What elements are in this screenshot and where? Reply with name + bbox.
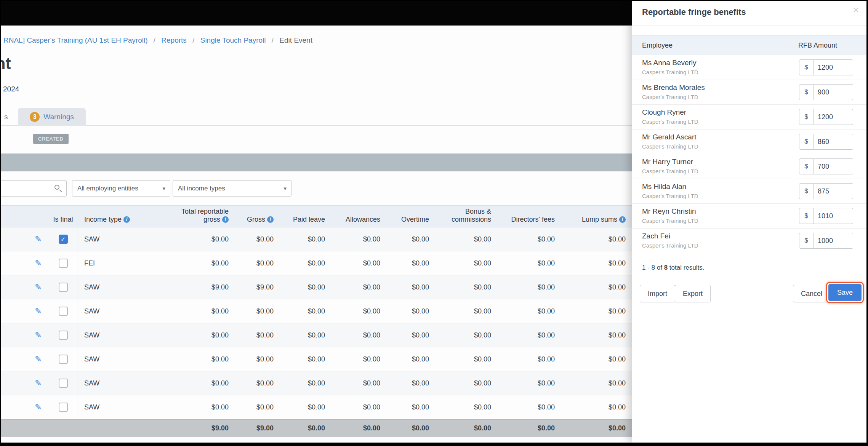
table-row-grid: ✎✓FEI$0.00$0.00$0.00$0.00$0.00$0.00$0.00…: [28, 251, 631, 275]
employee-company: Casper's Training LTD: [642, 143, 698, 150]
employing-entities-dropdown[interactable]: All employing entities ▾: [72, 180, 170, 197]
amount-cell: $0.00: [496, 259, 560, 267]
rfb-amount-input[interactable]: [814, 59, 853, 75]
edit-cell: ✎: [28, 378, 49, 388]
amount-cell: $0.00: [434, 379, 496, 387]
edit-row-button[interactable]: ✎: [35, 258, 42, 268]
rfb-amount-input[interactable]: [814, 158, 853, 174]
rfb-amount-group: $: [799, 158, 853, 174]
stp-events-table: Is finalIncome typeiTotal reportablegros…: [1, 205, 632, 437]
close-icon[interactable]: ×: [852, 4, 859, 16]
currency-addon: $: [799, 59, 814, 75]
amount-cell: $0.00: [234, 379, 279, 387]
is-final-checkbox[interactable]: ✓: [59, 379, 68, 388]
income-type-cell: SAW: [77, 331, 127, 339]
employee-search-input[interactable]: [1, 181, 51, 196]
is-final-checkbox[interactable]: ✓: [59, 235, 68, 244]
rfb-amount-group: $: [799, 183, 853, 199]
rfb-amount-input[interactable]: [814, 183, 853, 199]
table-row-grid: ✎✓SAW$0.00$0.00$0.00$0.00$0.00$0.00$0.00…: [28, 395, 631, 419]
info-icon[interactable]: i: [267, 216, 274, 223]
amount-cell: $0.00: [330, 355, 385, 363]
export-button[interactable]: Export: [675, 285, 711, 302]
results-suffix: total results.: [668, 264, 704, 271]
amount-cell: $0.00: [234, 331, 279, 339]
save-button[interactable]: Save: [828, 284, 862, 301]
table-row: ✎✓SAW$0.00$0.00$0.00$0.00$0.00$0.00$0.00…: [1, 299, 632, 323]
employee-search-box[interactable]: [1, 180, 67, 197]
table-row: ✎✓SAW$0.00$0.00$0.00$0.00$0.00$0.00$0.00…: [1, 395, 632, 419]
edit-row-button[interactable]: ✎: [35, 282, 42, 292]
chevron-down-icon: ▾: [283, 181, 287, 196]
column-header-line: grossi: [127, 216, 229, 224]
currency-addon: $: [799, 183, 814, 199]
breadcrumb-current: Edit Event: [279, 36, 312, 44]
rfb-amount-input[interactable]: [814, 134, 853, 150]
income-type-cell: FEI: [77, 259, 127, 267]
rfb-amount-group: $: [799, 84, 853, 100]
rfb-table-header: Employee RFB Amount: [632, 35, 867, 55]
amount-cell: $0.00: [279, 235, 330, 243]
breadcrumb-stp[interactable]: Single Touch Payroll: [200, 36, 266, 44]
amount-cell: $0.00: [496, 283, 560, 291]
amount-cell: $0.00: [560, 235, 631, 243]
column-header: Paid leave: [279, 216, 330, 227]
rfb-amount-input[interactable]: [814, 109, 853, 125]
edit-row-button[interactable]: ✎: [35, 378, 42, 388]
totals-amount-cell: $0.00: [434, 424, 496, 432]
cancel-button[interactable]: Cancel: [793, 285, 830, 302]
info-icon[interactable]: i: [222, 216, 229, 223]
amount-cell: $0.00: [496, 307, 560, 315]
info-icon[interactable]: i: [619, 216, 626, 223]
amount-cell: $0.00: [434, 355, 496, 363]
is-final-checkbox[interactable]: ✓: [59, 403, 68, 412]
import-button[interactable]: Import: [640, 285, 675, 302]
amount-cell: $0.00: [434, 259, 496, 267]
stp-table-header: Is finalIncome typeiTotal reportablegros…: [28, 206, 631, 227]
rfb-rows: Ms Anna BeverlyCasper's Training LTD$Ms …: [632, 55, 867, 253]
rfb-amount-group: $: [799, 233, 853, 249]
edit-row-button[interactable]: ✎: [35, 354, 42, 364]
amount-cell: $0.00: [385, 403, 434, 411]
edit-row-button[interactable]: ✎: [35, 234, 42, 244]
is-final-checkbox[interactable]: ✓: [59, 331, 68, 340]
amount-cell: $0.00: [330, 403, 385, 411]
rfb-amount-input[interactable]: [814, 233, 853, 249]
stp-table-body: ✎✓SAW$0.00$0.00$0.00$0.00$0.00$0.00$0.00…: [1, 227, 632, 419]
employee-company: Casper's Training LTD: [642, 217, 698, 224]
column-header: Total reportablegrossi: [127, 208, 234, 227]
column-header: Bonus &commissions: [434, 208, 496, 227]
income-types-dropdown[interactable]: All income types ▾: [173, 180, 291, 197]
tab-fragment[interactable]: s: [4, 113, 8, 121]
is-final-checkbox[interactable]: ✓: [59, 283, 68, 292]
is-final-checkbox[interactable]: ✓: [59, 307, 68, 316]
employing-entities-value: All employing entities: [77, 185, 138, 192]
is-final-checkbox[interactable]: ✓: [59, 259, 68, 268]
currency-addon: $: [799, 233, 814, 249]
is-final-checkbox[interactable]: ✓: [59, 355, 68, 364]
amount-cell: $0.00: [560, 283, 631, 291]
is-final-cell: ✓: [49, 299, 77, 323]
tab-warnings[interactable]: 3 Warnings: [18, 108, 86, 126]
edit-row-button[interactable]: ✎: [35, 330, 42, 340]
amount-cell: $0.00: [127, 307, 234, 315]
table-row: ✎✓SAW$9.00$9.00$0.00$0.00$0.00$0.00$0.00…: [1, 275, 632, 299]
totals-amount-cell: $0.00: [385, 424, 434, 432]
edit-row-button[interactable]: ✎: [35, 402, 42, 412]
save-highlight-ring: Save: [826, 282, 864, 303]
breadcrumb-reports[interactable]: Reports: [161, 36, 187, 44]
edit-row-button[interactable]: ✎: [35, 306, 42, 316]
tab-warnings-label: Warnings: [43, 113, 74, 121]
rfb-amount-input[interactable]: [814, 208, 853, 224]
totals-amount-cell: $9.00: [127, 424, 234, 432]
stp-table-header-band: Is finalIncome typeiTotal reportablegros…: [1, 205, 632, 227]
breadcrumb-business[interactable]: RNAL] Casper's Training (AU 1st EH Payro…: [3, 36, 147, 44]
amount-cell: $0.00: [330, 235, 385, 243]
column-header-line: Paid leave: [279, 216, 325, 224]
amount-cell: $0.00: [279, 403, 330, 411]
rfb-amount-input[interactable]: [814, 84, 853, 100]
is-final-cell: ✓: [49, 275, 77, 299]
screen: RNAL] Casper's Training (AU 1st EH Payro…: [0, 0, 868, 446]
column-header-line: Directors' fees: [496, 216, 555, 224]
employee-name: Zach Fei: [642, 232, 670, 240]
